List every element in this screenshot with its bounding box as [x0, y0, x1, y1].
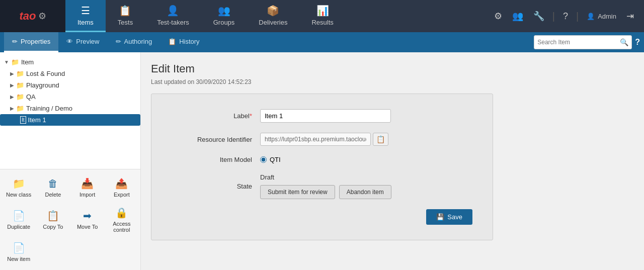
- access-control-label: Access control: [107, 221, 136, 233]
- nav-items: ☰ Items 📋 Tests 👤 Test-takers 👥 Groups 📦…: [65, 0, 484, 32]
- nav-item-deliveries[interactable]: 📦 Deliveries: [247, 0, 299, 32]
- preview-tab-icon: 👁: [66, 38, 73, 45]
- duplicate-button[interactable]: 📄 Duplicate: [2, 203, 35, 237]
- tools-button[interactable]: 🔧: [529, 8, 548, 25]
- tab-preview[interactable]: 👁 Preview: [58, 32, 107, 52]
- folder-icon: 📁: [11, 58, 19, 66]
- logo[interactable]: tao ⚙: [0, 0, 65, 32]
- export-label: Export: [114, 192, 130, 198]
- tree-label-item-root: Item: [21, 58, 34, 66]
- delete-label: Delete: [45, 192, 61, 198]
- last-updated: Last updated on 30/09/2020 14:52:23: [151, 78, 634, 85]
- form-panel: Label* Resource Identifier 📋 Item Model …: [151, 94, 493, 240]
- new-class-icon: 📁: [13, 177, 25, 190]
- delete-button[interactable]: 🗑 Delete: [36, 173, 69, 202]
- search-input[interactable]: [537, 39, 618, 46]
- nav-items-label: Items: [77, 19, 94, 26]
- users-button[interactable]: 👥: [508, 8, 527, 25]
- copy-resource-id-button[interactable]: 📋: [373, 133, 388, 146]
- tree-label-item-1: Item 1: [28, 116, 46, 124]
- tree-item-lost-found[interactable]: ▶ 📁 Lost & Found: [0, 68, 140, 79]
- export-icon: 📤: [115, 177, 128, 190]
- item-model-row: Item Model QTI: [172, 156, 472, 163]
- access-control-icon: 🔒: [115, 207, 128, 219]
- move-to-button[interactable]: ➡ Move To: [71, 203, 104, 237]
- nav-item-results[interactable]: 📊 Results: [299, 0, 345, 32]
- top-navigation: tao ⚙ ☰ Items 📋 Tests 👤 Test-takers 👥 Gr…: [0, 0, 644, 32]
- state-value: Draft: [260, 173, 274, 181]
- nav-item-tests[interactable]: 📋 Tests: [106, 0, 145, 32]
- action-buttons: Submit item for review Abandon item: [260, 185, 391, 199]
- save-icon: 💾: [436, 213, 444, 221]
- help-button[interactable]: ?: [559, 8, 572, 25]
- tree-item-training-demo[interactable]: ▶ 📁 Training / Demo: [0, 103, 140, 114]
- new-item-button[interactable]: 📄 New item: [2, 238, 35, 266]
- tab-authoring[interactable]: ✏ Authoring: [108, 32, 160, 52]
- tree-item-qa[interactable]: ▶ 📁 QA: [0, 91, 140, 103]
- settings-button[interactable]: ⚙: [490, 8, 506, 25]
- export-button[interactable]: 📤 Export: [105, 173, 138, 202]
- new-class-button[interactable]: 📁 New class: [2, 173, 35, 202]
- tree-area: ▼ 📁 Item ▶ 📁 Lost & Found ▶ 📁 Playground…: [0, 52, 140, 169]
- tree-label-training-demo: Training / Demo: [26, 105, 72, 112]
- submit-review-button[interactable]: Submit item for review: [260, 185, 335, 199]
- abandon-item-button[interactable]: Abandon item: [339, 185, 391, 199]
- item-file-icon: It: [20, 116, 26, 124]
- move-to-label: Move To: [77, 224, 98, 230]
- tree-label-qa: QA: [26, 93, 36, 101]
- delete-icon: 🗑: [48, 178, 58, 190]
- properties-tab-label: Properties: [21, 38, 50, 45]
- resource-id-input[interactable]: [260, 133, 371, 146]
- nav-right: ⚙ 👥 🔧 | ? | 👤 Admin ⇥: [484, 0, 644, 32]
- duplicate-icon: 📄: [13, 210, 25, 222]
- nav-deliveries-label: Deliveries: [259, 19, 287, 26]
- import-button[interactable]: 📥 Import: [71, 173, 104, 202]
- tree-item-playground[interactable]: ▶ 📁 Playground: [0, 79, 140, 91]
- main-layout: ▼ 📁 Item ▶ 📁 Lost & Found ▶ 📁 Playground…: [0, 52, 644, 270]
- folder-icon: 📁: [16, 81, 24, 89]
- tree-item-item-1[interactable]: It Item 1: [0, 114, 140, 126]
- toolbar: 📁 New class 🗑 Delete 📥 Import 📤 Export 📄…: [0, 169, 140, 270]
- logout-button[interactable]: ⇥: [622, 8, 638, 25]
- page-title: Edit Item: [151, 62, 634, 75]
- groups-icon: 👥: [218, 5, 230, 17]
- logo-icon: ⚙: [38, 11, 46, 22]
- deliveries-icon: 📦: [267, 5, 279, 17]
- content-area: Edit Item Last updated on 30/09/2020 14:…: [141, 52, 644, 270]
- user-icon: 👤: [587, 13, 595, 20]
- label-input[interactable]: [260, 109, 391, 123]
- history-tab-label: History: [179, 38, 199, 45]
- folder-icon: 📁: [16, 105, 24, 112]
- tree-item-item-root[interactable]: ▼ 📁 Item: [0, 56, 140, 68]
- label-row: Label*: [172, 109, 472, 123]
- folder-icon: 📁: [16, 93, 24, 101]
- copy-to-label: Copy To: [43, 224, 63, 230]
- authoring-tab-icon: ✏: [116, 38, 121, 45]
- search-box: 🔍: [534, 35, 632, 49]
- qti-radio[interactable]: [260, 156, 267, 163]
- duplicate-label: Duplicate: [7, 224, 30, 230]
- access-control-button[interactable]: 🔒 Access control: [105, 203, 138, 237]
- nav-groups-label: Groups: [213, 19, 235, 26]
- sub-nav-help-button[interactable]: ?: [635, 38, 640, 47]
- state-label: State: [172, 183, 252, 190]
- expand-icon: ▶: [10, 71, 14, 76]
- tab-history[interactable]: 📋 History: [160, 32, 207, 52]
- user-menu[interactable]: 👤 Admin: [583, 13, 620, 20]
- history-tab-icon: 📋: [168, 38, 176, 45]
- nav-item-test-takers[interactable]: 👤 Test-takers: [145, 0, 201, 32]
- nav-item-groups[interactable]: 👥 Groups: [201, 0, 247, 32]
- import-label: Import: [79, 192, 95, 198]
- nav-item-items[interactable]: ☰ Items: [65, 0, 106, 32]
- nav-separator: |: [552, 11, 555, 22]
- save-button[interactable]: 💾 Save: [426, 209, 472, 225]
- expand-icon: ▶: [10, 106, 14, 111]
- resource-id-label: Resource Identifier: [172, 136, 252, 143]
- resource-id-row: Resource Identifier 📋: [172, 133, 472, 146]
- nav-test-takers-label: Test-takers: [157, 19, 189, 26]
- tab-properties[interactable]: ✏ Properties: [4, 32, 58, 52]
- expand-icon: ▼: [4, 59, 9, 65]
- state-section: Draft Submit item for review Abandon ite…: [260, 173, 391, 199]
- search-icon[interactable]: 🔍: [620, 38, 628, 46]
- copy-to-button[interactable]: 📋 Copy To: [36, 203, 69, 237]
